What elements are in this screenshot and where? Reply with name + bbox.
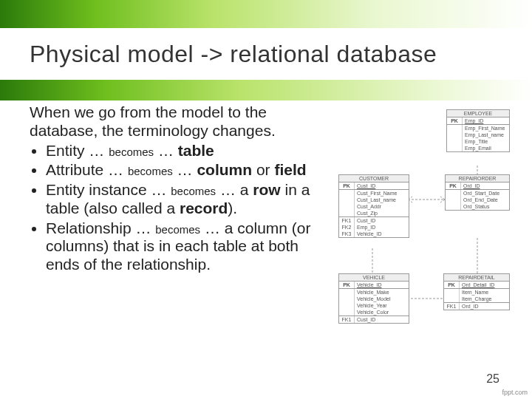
bullet-list: Entity … becomes … tableAttribute … beco… [30, 142, 325, 274]
er-entity-repairorder: REPAIRORDERPKOrd_IDOrd_Start_DateOrd_End… [445, 174, 510, 211]
page-number: 25 [486, 372, 499, 386]
footer-logo: fppt.com [502, 389, 528, 396]
bullet-item: Entity instance … becomes … a row in a t… [46, 181, 325, 218]
intro-paragraph: When we go from the model to the databas… [30, 103, 325, 140]
slide-title: Physical model -> relational database [30, 41, 510, 68]
bullet-item: Attribute … becomes … column or field [46, 161, 325, 180]
bullet-item: Entity … becomes … table [46, 142, 325, 160]
slide: Physical model -> relational database Wh… [0, 0, 532, 399]
er-entity-customer: CUSTOMERPKCust_IDCust_First_NameCust_Las… [338, 174, 409, 238]
title-underline [0, 80, 532, 100]
er-entity-vehicle: VEHICLEPKVehicle_IDVehicle_MakeVehicle_M… [338, 273, 409, 324]
top-banner [0, 0, 532, 28]
er-entity-repairdetail: REPAIRDETAILPKOrd_Detail_IDItem_NameItem… [443, 273, 510, 310]
body-text: When we go from the model to the databas… [30, 103, 325, 276]
er-entity-employee: EMPLOYEEPKEmp_IDEmp_First_NameEmp_Last_n… [446, 109, 510, 152]
bullet-item: Relationship … becomes … a column (or co… [46, 219, 325, 274]
er-diagram: EMPLOYEEPKEmp_IDEmp_First_NameEmp_Last_n… [335, 109, 510, 346]
